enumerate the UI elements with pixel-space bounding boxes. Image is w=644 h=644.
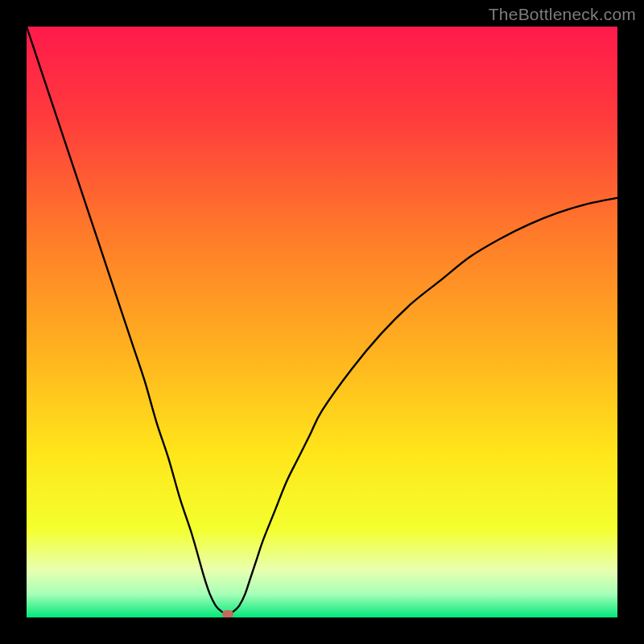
bottleneck-curve: [27, 27, 617, 617]
chart-frame: TheBottleneck.com: [0, 0, 644, 644]
optimal-point-marker: [222, 610, 233, 617]
watermark-text: TheBottleneck.com: [489, 5, 636, 24]
plot-area: [27, 27, 617, 617]
